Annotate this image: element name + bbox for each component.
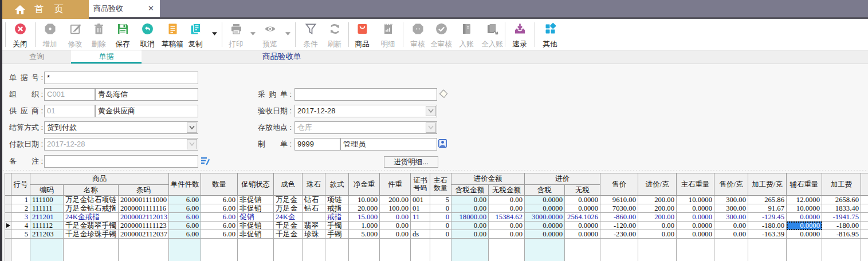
purchase-order-tag-icon[interactable] xyxy=(439,89,448,98)
grid-cell[interactable]: 2000002112013 xyxy=(119,213,169,222)
org-name-input[interactable]: 青岛海信 xyxy=(95,88,198,101)
doc-no-input[interactable]: * xyxy=(44,72,198,84)
toolbar-button-close[interactable]: 关闭 xyxy=(7,22,33,48)
grid-cell[interactable]: 0.00 xyxy=(714,222,748,230)
grid-cell[interactable]: 300.00 xyxy=(714,204,748,213)
column-header-main-stone-weight[interactable]: 主石重量 xyxy=(677,173,714,196)
purchase-order-input[interactable] xyxy=(294,88,437,101)
grid-cell[interactable]: 10.000 xyxy=(349,196,380,204)
toolbar-button-save[interactable]: 保存 xyxy=(110,22,135,48)
grid-cell[interactable]: 0 xyxy=(430,230,451,239)
grid-cell[interactable]: 01 xyxy=(411,204,430,213)
column-header-fee-per-gram[interactable]: 加工费/克 xyxy=(748,173,787,196)
column-header-net-gold-weight[interactable]: 净金重 xyxy=(349,173,380,196)
column-header-sale-price[interactable]: 售价 xyxy=(600,173,638,196)
column-header-purchase-amount-group[interactable]: 进价金额 xyxy=(451,173,525,185)
grid-cell[interactable]: -230.00 xyxy=(600,230,638,239)
print-dropdown-caret-icon[interactable] xyxy=(248,29,257,38)
grid-cell[interactable]: 2564.1026 xyxy=(565,213,600,222)
grid-cell[interactable]: -816.95 xyxy=(822,230,861,239)
grid-cell[interactable]: 钻石 xyxy=(303,196,325,204)
grid-cell[interactable]: 6.00 xyxy=(201,196,238,204)
grid-cell[interactable]: 91.67 xyxy=(748,204,787,213)
column-header-main-stone-qty[interactable]: 主石数量 xyxy=(430,173,451,196)
grid-cell[interactable]: 0.0000 xyxy=(565,196,600,204)
column-header-purchase-price-group[interactable]: 进价 xyxy=(525,173,600,185)
supplier-code-input[interactable]: 01 xyxy=(44,105,95,117)
grid-cell[interactable]: 1 xyxy=(11,196,30,204)
grid-cell[interactable]: 200.00 xyxy=(380,196,411,204)
toolbar-button-quick-entry[interactable]: 速录 xyxy=(507,22,532,48)
grid-cell[interactable]: 0 xyxy=(430,213,451,222)
grid-cell[interactable]: 项链 xyxy=(325,196,349,204)
grid-cell[interactable]: 戒指 xyxy=(325,213,349,222)
column-header-processing-fee[interactable]: 加工费 xyxy=(822,173,861,196)
org-code-input[interactable]: C001 xyxy=(44,88,95,101)
grid-cell[interactable]: 千足金翡翠手镯 xyxy=(64,222,119,230)
preview-dropdown-caret-icon[interactable] xyxy=(283,29,292,38)
grid-cell[interactable]: 手镯 xyxy=(325,222,349,230)
column-header-qty[interactable]: 数量 xyxy=(201,173,238,196)
grid-cell[interactable]: 2658.60 xyxy=(822,196,861,204)
row-indicator[interactable] xyxy=(5,230,11,239)
grid-cell[interactable]: 千足金珍珠手镯 xyxy=(64,230,119,239)
grid-cell[interactable]: 15.000 xyxy=(349,213,380,222)
grid-cell[interactable] xyxy=(861,196,868,204)
row-indicator[interactable] xyxy=(5,196,11,204)
grid-cell[interactable]: 200.00 xyxy=(638,196,677,204)
grid-cell[interactable]: 促销 xyxy=(238,213,274,222)
grid-cell[interactable]: 6.00 xyxy=(201,222,238,230)
column-header-row-no[interactable]: 行号 xyxy=(11,173,30,196)
grid-cell[interactable]: 千足金 xyxy=(274,230,303,239)
grid-cell[interactable]: 6.00 xyxy=(169,204,201,213)
grid-cell[interactable]: 万足金钻石戒指 xyxy=(64,204,119,213)
grid-cell[interactable]: 6.00 xyxy=(201,230,238,239)
grid-cell[interactable]: 0.0000 xyxy=(525,196,565,204)
grid-cell[interactable] xyxy=(861,213,868,222)
grid-cell[interactable]: 0.0000 xyxy=(525,204,565,213)
grid-cell[interactable]: 11 xyxy=(411,213,430,222)
grid-cell[interactable]: -129.45 xyxy=(748,213,787,222)
grid-cell[interactable]: 6.00 xyxy=(169,222,201,230)
grid-cell[interactable]: 300.00 xyxy=(714,196,748,204)
grid-cell[interactable]: 300.00 xyxy=(714,213,748,222)
copy-dropdown-caret-icon[interactable] xyxy=(210,29,219,38)
grid-cell[interactable]: 0.00 xyxy=(489,204,525,213)
grid-cell[interactable]: 0.00 xyxy=(638,230,677,239)
accept-date-dropdown-icon[interactable] xyxy=(426,106,436,116)
column-header-fineness[interactable]: 成色 xyxy=(274,173,303,196)
grid-cell[interactable]: 0 xyxy=(430,222,451,230)
grid-cell[interactable]: -1941.75 xyxy=(822,213,861,222)
grid-cell[interactable]: 6.00 xyxy=(169,196,201,204)
grid-cell[interactable]: 6.00 xyxy=(201,213,238,222)
grid-cell[interactable]: 211203 xyxy=(30,230,64,239)
grid-cell[interactable]: 0.00 xyxy=(489,196,525,204)
grid-cell[interactable]: 2 xyxy=(11,204,30,213)
grid-cell[interactable]: 0.0000 xyxy=(787,230,822,239)
toolbar-button-product[interactable]: 商品 xyxy=(349,22,375,48)
grid-cell[interactable]: 万足金钻石项链 xyxy=(64,196,119,204)
toolbar-button-copy[interactable]: 复制 xyxy=(183,22,208,48)
grid-cell[interactable]: 0.00 xyxy=(489,230,525,239)
purchase-detail-button[interactable]: 进货明细... xyxy=(384,156,438,168)
settlement-dropdown-icon[interactable] xyxy=(187,122,197,133)
grid-cell[interactable]: 2000001111123 xyxy=(119,222,169,230)
grid-cell[interactable]: 翡翠 xyxy=(303,222,325,230)
grid-cell[interactable]: -860.00 xyxy=(600,213,638,222)
toolbar-button-other[interactable]: 其他 xyxy=(537,22,563,48)
document-tab[interactable]: 商品验收 ✕ xyxy=(89,0,160,17)
grid-cell[interactable]: 18000.00 xyxy=(451,213,489,222)
tab-close-icon[interactable]: ✕ xyxy=(148,5,154,13)
grid-cell[interactable]: 0.0000 xyxy=(677,222,714,230)
grid-cell[interactable]: 10.0000 xyxy=(787,204,822,213)
grid-cell[interactable]: -180.00 xyxy=(822,222,861,230)
grid-cell[interactable]: 1.000 xyxy=(349,222,380,230)
grid-cell[interactable]: 千足金 xyxy=(274,222,303,230)
grid-cell[interactable]: 265.86 xyxy=(748,196,787,204)
grid-cell[interactable]: 9610.00 xyxy=(600,196,638,204)
column-header-clipped-last[interactable]: 主 xyxy=(861,173,868,196)
grid-cell[interactable]: 24K金 xyxy=(274,213,303,222)
grid-cell[interactable]: 万足金 xyxy=(274,196,303,204)
grid-cell[interactable]: 0.00 xyxy=(451,230,489,239)
grid-cell[interactable]: 手镯 xyxy=(325,230,349,239)
